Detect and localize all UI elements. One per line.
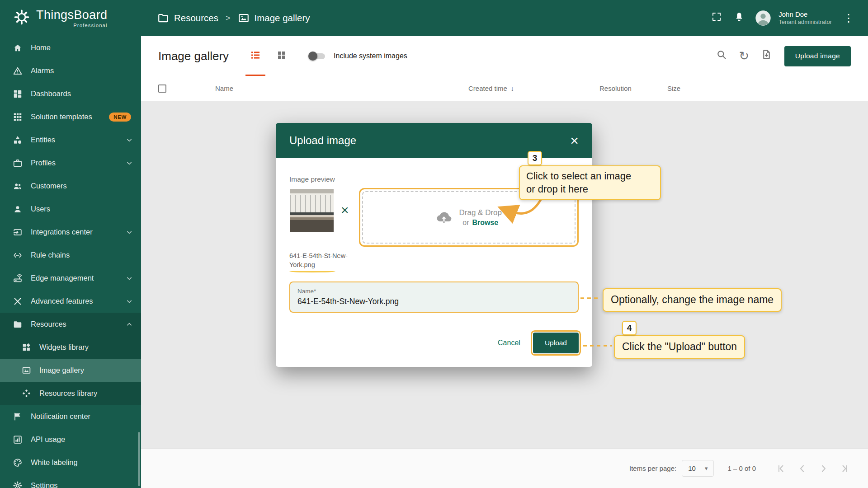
callout-click-upload: Click the "Upload" button bbox=[614, 335, 745, 359]
gear-icon bbox=[12, 480, 23, 488]
search-button[interactable] bbox=[710, 45, 733, 67]
refresh-button[interactable]: ↻ bbox=[733, 45, 755, 67]
search-icon bbox=[716, 49, 727, 64]
file-import-icon bbox=[761, 49, 772, 63]
step-number-badge: 4 bbox=[622, 321, 637, 335]
integration-input-icon bbox=[12, 227, 23, 238]
image-thumbnail-box bbox=[289, 188, 335, 233]
previous-page-button[interactable] bbox=[792, 458, 813, 479]
cloud-upload-icon bbox=[436, 209, 452, 225]
kebab-menu-button[interactable]: ⋮ bbox=[838, 8, 859, 28]
sidebar-item-resources[interactable]: Resources bbox=[0, 313, 141, 336]
fullscreen-button[interactable] bbox=[706, 8, 727, 28]
column-resolution[interactable]: Resolution bbox=[599, 84, 667, 92]
next-page-button[interactable] bbox=[813, 458, 834, 479]
sidebar-item-resources-library[interactable]: Resources library bbox=[0, 382, 141, 405]
sort-desc-icon: ↓ bbox=[510, 84, 514, 93]
app-logo: ThingsBoard Professional bbox=[0, 0, 141, 36]
chart-box-icon bbox=[12, 434, 23, 445]
browse-link[interactable]: Browse bbox=[472, 219, 498, 226]
name-field-label: Name* bbox=[297, 288, 316, 295]
code-brackets-icon bbox=[12, 250, 23, 261]
sidebar-item-edge-management[interactable]: Edge management bbox=[0, 267, 141, 290]
drag-drop-label: Drag & Drop bbox=[459, 208, 502, 217]
list-view-toggle[interactable] bbox=[242, 36, 269, 76]
sidebar-item-notification-center[interactable]: Notification center bbox=[0, 405, 141, 428]
app-edition: Professional bbox=[36, 23, 108, 28]
sidebar-item-users[interactable]: Users bbox=[0, 197, 141, 221]
people-icon bbox=[12, 181, 23, 192]
dialog-title: Upload image bbox=[289, 134, 356, 147]
remove-image-icon[interactable]: × bbox=[341, 203, 349, 217]
import-image-button[interactable] bbox=[755, 45, 778, 67]
select-all-checkbox[interactable] bbox=[158, 84, 166, 93]
sidebar-item-white-labeling[interactable]: White labeling bbox=[0, 451, 141, 474]
folder-icon bbox=[12, 319, 23, 330]
refresh-icon: ↻ bbox=[739, 49, 749, 63]
image-name-field[interactable]: Name* bbox=[289, 282, 579, 313]
gallery-toolbar: Image gallery Include system images bbox=[141, 36, 868, 76]
callout-change-name: Optionally, change the image name bbox=[603, 288, 782, 312]
breadcrumb-image-gallery: Image gallery bbox=[255, 13, 310, 23]
kebab-icon: ⋮ bbox=[843, 12, 854, 24]
sidebar-scrollbar[interactable] bbox=[138, 432, 140, 486]
column-created-time[interactable]: Created time ↓ bbox=[468, 84, 599, 93]
sidebar-item-dashboards[interactable]: Dashboards bbox=[0, 82, 141, 105]
image-gallery-icon bbox=[21, 365, 32, 376]
sidebar-item-advanced-features[interactable]: Advanced features bbox=[0, 290, 141, 313]
sidebar-item-alarms[interactable]: Alarms bbox=[0, 59, 141, 82]
flag-icon bbox=[12, 411, 23, 422]
sidebar-nav: Home Alarms Dashboards Solution template… bbox=[0, 36, 141, 488]
first-page-button[interactable] bbox=[771, 458, 792, 479]
palette-icon bbox=[12, 457, 23, 468]
image-name-input[interactable] bbox=[297, 297, 571, 306]
upload-image-button[interactable]: Upload image bbox=[784, 46, 851, 66]
avatar[interactable] bbox=[754, 9, 772, 27]
sidebar-item-image-gallery[interactable]: Image gallery bbox=[0, 359, 141, 382]
sidebar-item-settings[interactable]: Settings bbox=[0, 474, 141, 488]
breadcrumb: Resources > Image gallery bbox=[157, 12, 310, 24]
notifications-button[interactable] bbox=[729, 8, 750, 28]
entities-icon bbox=[12, 135, 23, 145]
breadcrumb-separator: > bbox=[226, 14, 231, 23]
image-thumbnail bbox=[290, 189, 334, 232]
cancel-button[interactable]: Cancel bbox=[492, 334, 526, 352]
sidebar-item-rule-chains[interactable]: Rule chains bbox=[0, 244, 141, 267]
column-name[interactable]: Name bbox=[215, 84, 468, 92]
sidebar-item-widgets-library[interactable]: Widgets library bbox=[0, 336, 141, 359]
user-info[interactable]: John Doe Tenant administrator bbox=[778, 10, 832, 26]
chevron-down-icon: ▾ bbox=[705, 465, 708, 472]
step-number-badge: 3 bbox=[528, 151, 542, 165]
breadcrumb-resources[interactable]: Resources bbox=[174, 13, 218, 23]
user-role: Tenant administrator bbox=[778, 19, 832, 26]
sidebar: ThingsBoard Professional Home Alarms Das… bbox=[0, 0, 141, 488]
table-header: Name Created time ↓ Resolution Size bbox=[141, 76, 868, 101]
sidebar-item-api-usage[interactable]: API usage bbox=[0, 428, 141, 451]
sidebar-item-home[interactable]: Home bbox=[0, 36, 141, 59]
last-page-button[interactable] bbox=[834, 458, 854, 479]
include-system-images-toggle[interactable] bbox=[308, 51, 326, 61]
column-size[interactable]: Size bbox=[667, 84, 851, 92]
callout-select-image: Click to select an image or drop it here bbox=[519, 165, 661, 200]
toggle-thumb bbox=[308, 52, 317, 61]
chevron-down-icon bbox=[125, 136, 134, 145]
or-label: or bbox=[462, 219, 469, 226]
dialog-header: Upload image × bbox=[276, 123, 592, 158]
sidebar-item-integrations-center[interactable]: Integrations center bbox=[0, 221, 141, 244]
items-per-page-label: Items per page: bbox=[629, 465, 676, 472]
router-icon bbox=[12, 273, 23, 284]
sidebar-item-customers[interactable]: Customers bbox=[0, 174, 141, 197]
sidebar-item-solution-templates[interactable]: Solution templates NEW bbox=[0, 105, 141, 128]
sidebar-item-profiles[interactable]: Profiles bbox=[0, 151, 141, 174]
dashboards-icon bbox=[12, 89, 23, 99]
chevron-down-icon bbox=[125, 297, 134, 306]
grid-view-toggle[interactable] bbox=[269, 36, 295, 76]
sidebar-item-entities[interactable]: Entities bbox=[0, 128, 141, 151]
image-gallery-icon bbox=[238, 12, 250, 24]
upload-submit-button[interactable]: Upload bbox=[533, 333, 579, 353]
page-title: Image gallery bbox=[158, 49, 229, 63]
user-name: John Doe bbox=[778, 10, 832, 19]
close-icon[interactable]: × bbox=[570, 133, 579, 148]
page-size-select[interactable]: 10 ▾ bbox=[682, 460, 714, 477]
include-system-images-label: Include system images bbox=[334, 52, 407, 60]
